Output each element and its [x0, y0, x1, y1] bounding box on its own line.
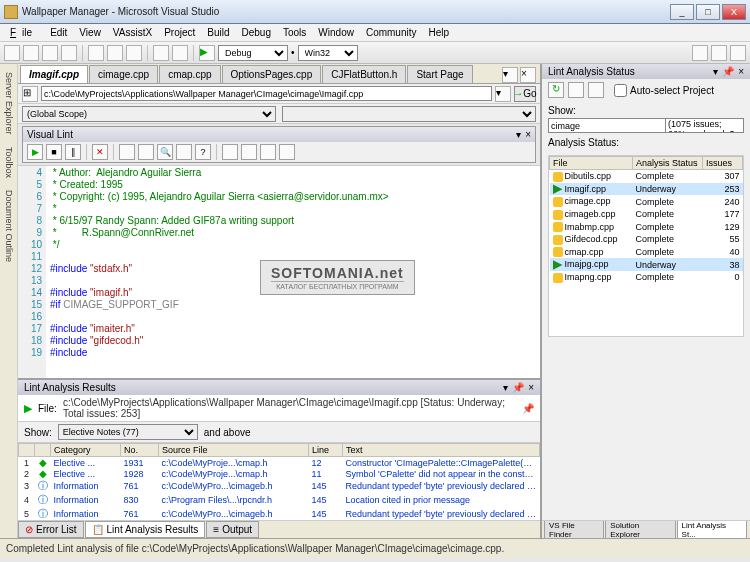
toolbar-extra-button[interactable]: [730, 45, 746, 61]
vlint-stop-button[interactable]: ■: [46, 144, 62, 160]
status-pin-icon[interactable]: 📌: [722, 66, 734, 77]
result-row[interactable]: 3ⓘInformation761c:\Code\MyPro...\cimageb…: [19, 479, 540, 493]
save-all-button[interactable]: [61, 45, 77, 61]
vlint-tool-button[interactable]: [176, 144, 192, 160]
vlint-pause-button[interactable]: ∥: [65, 144, 81, 160]
status-row[interactable]: Imabmp.cppComplete129: [550, 221, 743, 234]
save-button[interactable]: [42, 45, 58, 61]
minimize-button[interactable]: _: [670, 4, 694, 20]
col-issues[interactable]: Issues: [703, 157, 743, 170]
vlint-play-button[interactable]: ▶: [27, 144, 43, 160]
vlint-tool-button[interactable]: [138, 144, 154, 160]
menu-view[interactable]: View: [73, 25, 107, 40]
status-row[interactable]: cmap.cppComplete40: [550, 246, 743, 259]
vlint-close-icon[interactable]: ×: [525, 129, 531, 140]
result-row[interactable]: 4ⓘInformation830c:\Program Files\...\rpc…: [19, 493, 540, 507]
status-row[interactable]: Dibutils.cppComplete307: [550, 170, 743, 183]
col-no[interactable]: No.: [121, 444, 159, 457]
doc-tab[interactable]: cmap.cpp: [159, 65, 220, 83]
results-dropdown-icon[interactable]: ▾: [503, 382, 508, 393]
solution-explorer-tab[interactable]: Solution Explorer: [605, 520, 675, 538]
status-tool-button[interactable]: [588, 82, 604, 98]
status-row[interactable]: cimageb.cppComplete177: [550, 208, 743, 221]
tab-dropdown-button[interactable]: ▾: [502, 67, 518, 83]
doc-tab[interactable]: cimage.cpp: [89, 65, 158, 83]
menu-edit[interactable]: Edit: [44, 25, 73, 40]
file-path-input[interactable]: [41, 86, 492, 101]
lint-status-tab[interactable]: Lint Analysis St...: [677, 520, 747, 538]
vlint-cancel-button[interactable]: ✕: [92, 144, 108, 160]
menu-community[interactable]: Community: [360, 25, 423, 40]
menu-help[interactable]: Help: [423, 25, 456, 40]
doc-tab[interactable]: OptionsPages.cpp: [222, 65, 322, 83]
refresh-button[interactable]: ↻: [548, 82, 564, 98]
show-filter-select[interactable]: Elective Notes (77): [58, 424, 198, 440]
vlint-zoom-button[interactable]: 🔍: [157, 144, 173, 160]
status-row[interactable]: cimage.cppComplete240: [550, 195, 743, 208]
vlint-help-button[interactable]: ?: [195, 144, 211, 160]
nav-dropdown-icon[interactable]: ⊞: [22, 86, 38, 102]
tab-close-button[interactable]: ×: [520, 67, 536, 83]
redo-button[interactable]: [172, 45, 188, 61]
doc-tab[interactable]: CJFlatButton.h: [322, 65, 406, 83]
col-category[interactable]: Category: [51, 444, 121, 457]
lint-results-tab[interactable]: 📋Lint Analysis Results: [85, 521, 206, 538]
menu-vassistx[interactable]: VAssistX: [107, 25, 158, 40]
vlint-tool-button[interactable]: [241, 144, 257, 160]
status-table[interactable]: File Analysis Status Issues Dibutils.cpp…: [548, 155, 744, 337]
col-text[interactable]: Text: [343, 444, 540, 457]
pin-icon[interactable]: 📌: [522, 403, 534, 414]
config-select[interactable]: Debug: [218, 45, 288, 61]
toolbar-extra-button[interactable]: [692, 45, 708, 61]
server-explorer-tab[interactable]: Server Explorer: [3, 68, 15, 139]
results-pin-icon[interactable]: 📌: [512, 382, 524, 393]
col-index[interactable]: [19, 444, 35, 457]
play-icon[interactable]: ▶: [24, 402, 32, 415]
error-list-tab[interactable]: ⊘Error List: [18, 521, 84, 538]
start-debug-button[interactable]: ▶: [199, 45, 215, 61]
new-project-button[interactable]: [4, 45, 20, 61]
col-source[interactable]: Source File: [159, 444, 309, 457]
nav-dropdown-button[interactable]: ▾: [495, 86, 511, 102]
menu-debug[interactable]: Debug: [236, 25, 277, 40]
results-table[interactable]: Category No. Source File Line Text 1◆Ele…: [18, 443, 540, 520]
col-file[interactable]: File: [550, 157, 633, 170]
document-outline-tab[interactable]: Document Outline: [3, 186, 15, 266]
results-close-icon[interactable]: ×: [528, 382, 534, 393]
cut-button[interactable]: [88, 45, 104, 61]
close-button[interactable]: X: [722, 4, 746, 20]
status-dropdown-icon[interactable]: ▾: [713, 66, 718, 77]
menu-project[interactable]: Project: [158, 25, 201, 40]
scope-select[interactable]: (Global Scope): [22, 106, 276, 122]
output-tab[interactable]: ≡Output: [206, 521, 259, 538]
platform-select[interactable]: Win32: [298, 45, 358, 61]
menu-file[interactable]: File: [4, 25, 44, 40]
menu-build[interactable]: Build: [201, 25, 235, 40]
paste-button[interactable]: [126, 45, 142, 61]
col-status[interactable]: Analysis Status: [633, 157, 703, 170]
maximize-button[interactable]: □: [696, 4, 720, 20]
vlint-tool-button[interactable]: [119, 144, 135, 160]
status-row[interactable]: Imajpg.cppUnderway38: [550, 258, 743, 271]
go-button[interactable]: →Go: [514, 86, 536, 102]
code-editor[interactable]: 45678910111213141516171819 * Author: Ale…: [18, 165, 540, 378]
col-icon[interactable]: [35, 444, 51, 457]
vlint-tool-button[interactable]: [279, 144, 295, 160]
vlint-tool-button[interactable]: [222, 144, 238, 160]
undo-button[interactable]: [153, 45, 169, 61]
doc-tab[interactable]: Start Page: [407, 65, 472, 83]
status-close-icon[interactable]: ×: [738, 66, 744, 77]
toolbar-extra-button[interactable]: [711, 45, 727, 61]
doc-tab[interactable]: Imagif.cpp: [20, 65, 88, 83]
status-tool-button[interactable]: [568, 82, 584, 98]
member-select[interactable]: [282, 106, 536, 122]
autoselect-checkbox[interactable]: [614, 84, 627, 97]
vlint-dropdown-icon[interactable]: ▾: [516, 129, 521, 140]
result-row[interactable]: 5ⓘInformation761c:\Code\MyPro...\cimageb…: [19, 507, 540, 520]
vs-file-finder-tab[interactable]: VS File Finder: [544, 520, 604, 538]
col-line[interactable]: Line: [309, 444, 343, 457]
menu-tools[interactable]: Tools: [277, 25, 312, 40]
status-row[interactable]: Imagif.cppUnderway253: [550, 183, 743, 196]
menu-window[interactable]: Window: [312, 25, 360, 40]
code-content[interactable]: * Author: Alejandro Aguilar Sierra * Cre…: [46, 166, 540, 378]
